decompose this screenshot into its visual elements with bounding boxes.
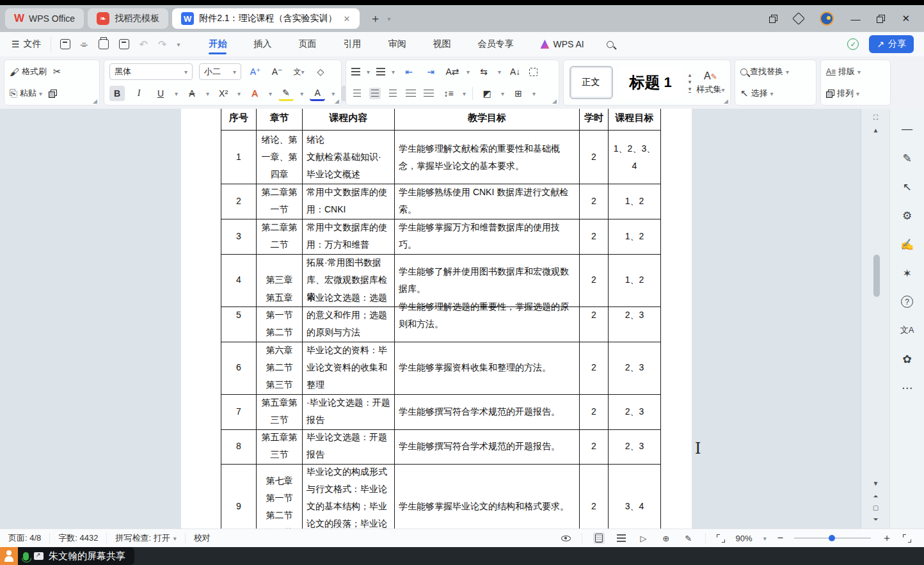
copy-icon[interactable]	[49, 90, 57, 98]
tab-docer-templates[interactable]: ❧ 找稻壳模板	[88, 8, 168, 29]
table-cell-no[interactable]: 8	[221, 428, 257, 465]
spell-check-toggle[interactable]: 拼写检查: 打开▾	[107, 533, 185, 543]
page-view-icon[interactable]	[593, 532, 605, 544]
fit-page-icon[interactable]	[717, 534, 725, 543]
table-cell-chapter[interactable]: 第二章第 一节	[257, 183, 303, 219]
magic-wand-icon[interactable]: ✶	[902, 267, 911, 280]
table-cell-hours[interactable]: 2	[580, 183, 609, 219]
table-cell-objective[interactable]: 学生能够掌握毕业论文的结构和格式要求。	[395, 463, 580, 529]
decrease-indent-icon[interactable]: ⇤	[401, 64, 417, 79]
document-page[interactable]: 序号章节课程内容教学目标学时课程目标1绪论、第 一章、第 四章绪论 文献检索基础…	[181, 109, 692, 529]
sort-icon[interactable]: A↓	[507, 64, 523, 79]
table-cell-objective[interactable]: 学生能够掌握万方和维普数据库的使用技巧。	[395, 218, 580, 255]
play-presentation-icon[interactable]: ▷	[638, 532, 649, 544]
search-icon[interactable]	[607, 41, 614, 48]
increase-indent-icon[interactable]: ⇥	[423, 64, 438, 79]
clear-format-eraser-icon[interactable]: ◇	[313, 64, 328, 79]
table-cell-no[interactable]: 9	[221, 463, 257, 529]
outline-view-icon[interactable]	[616, 532, 627, 544]
tab-document[interactable]: W 附件2.1：理论课程（含实验实训） ✕	[172, 8, 359, 29]
table-cell-no[interactable]: 6	[221, 341, 257, 395]
table-cell-goals[interactable]: 1、2	[609, 218, 661, 255]
table-cell-content[interactable]: 毕业论文的构成形式与行文格式：毕业论文的基本结构；毕业论文的段落；毕业论文的格	[303, 463, 395, 529]
zoom-slider[interactable]	[794, 537, 871, 539]
tab-home[interactable]: 开始	[195, 32, 240, 56]
fullscreen-icon[interactable]	[903, 534, 911, 543]
edit-pen-icon[interactable]: ✎	[902, 152, 911, 164]
file-menu[interactable]: ☰ 文件	[0, 37, 51, 51]
format-painter-button[interactable]: 🖌格式刷	[10, 66, 47, 77]
table-cell-content[interactable]: 毕业论文的资料：毕业论文资料的收集和整理	[303, 341, 395, 395]
zoom-chevron-icon[interactable]: ▾	[763, 535, 767, 542]
zoom-level[interactable]: 90%	[736, 534, 753, 543]
table-cell-chapter[interactable]: 第五章第 三节	[257, 428, 303, 465]
table-cell-no[interactable]: 1	[221, 131, 257, 184]
page-indicator[interactable]: 页面: 4/8	[0, 533, 50, 543]
numbered-list-icon[interactable]	[376, 68, 385, 76]
close-button[interactable]: ✕	[902, 13, 910, 24]
table-cell-goals[interactable]: 1、2	[609, 183, 661, 219]
account-avatar[interactable]	[820, 12, 834, 26]
tab-review[interactable]: 审阅	[374, 32, 419, 56]
table-cell-no[interactable]: 2	[221, 183, 257, 219]
decrease-font-button[interactable]: A⁻	[269, 64, 285, 79]
table-cell-objective[interactable]: 学生能够撰写符合学术规范的开题报告。	[395, 394, 580, 430]
tab-page[interactable]: 页面	[285, 32, 330, 56]
new-tab-button[interactable]: ＋	[370, 11, 381, 26]
collapse-panel-icon[interactable]: —	[902, 123, 912, 136]
table-cell-content[interactable]: 毕业论文选题：选题的意义和作用；选题的原则与方法	[303, 289, 395, 342]
doc-saved-check-icon[interactable]: ✓	[847, 38, 859, 50]
signature-icon[interactable]: ✍	[900, 238, 914, 251]
ink-pen-icon[interactable]: ✎	[683, 532, 694, 544]
zoom-out-button[interactable]: −	[777, 532, 783, 544]
redo-icon[interactable]: ↷	[158, 38, 166, 51]
tab-list-chevron-icon[interactable]: ▾	[388, 15, 391, 22]
table-cell-hours[interactable]: 2	[580, 394, 609, 430]
eye-protect-icon[interactable]	[561, 536, 571, 541]
tab-insert[interactable]: 插入	[240, 32, 285, 56]
table-cell-goals[interactable]: 2、3	[609, 428, 661, 465]
distribute-icon[interactable]	[423, 88, 434, 99]
table-header-cell[interactable]: 序号	[221, 109, 257, 131]
zoom-slider-handle[interactable]	[829, 535, 835, 541]
show-marks-icon[interactable]	[529, 68, 538, 76]
table-header-cell[interactable]: 教学目标	[395, 109, 580, 131]
font-color-button[interactable]: A	[310, 86, 325, 101]
table-cell-goals[interactable]: 1、2、3、4	[609, 131, 661, 184]
web-view-icon[interactable]: ⊕	[660, 532, 672, 544]
table-cell-no[interactable]: 3	[221, 218, 257, 255]
tab-wps-office[interactable]: W WPS Office	[5, 8, 84, 29]
table-cell-content[interactable]: 常用中文数据库的使用：万方和维普	[303, 218, 395, 255]
table-cell-goals[interactable]: 2、3	[609, 394, 661, 430]
table-cell-hours[interactable]: 2	[580, 463, 609, 529]
table-cell-goals[interactable]: 2、3	[609, 341, 661, 395]
table-cell-chapter[interactable]: 第五章 第一节 第二节	[257, 289, 303, 342]
align-left-icon[interactable]	[351, 88, 363, 99]
style-normal[interactable]: 正文	[570, 66, 613, 99]
underline-button[interactable]: U	[153, 86, 168, 101]
tab-close-icon[interactable]: ✕	[344, 14, 351, 24]
browse-object-icon[interactable]: ▢	[861, 504, 890, 511]
shading-fill-icon[interactable]: ◩	[479, 86, 495, 101]
table-cell-chapter[interactable]: 绪论、第 一章、第 四章	[257, 131, 303, 184]
zoom-in-button[interactable]: ＋	[882, 532, 892, 545]
arrange-button[interactable]: 排列▾	[826, 88, 859, 99]
style-gallery-arrows[interactable]: ▴▾▾	[689, 72, 692, 93]
italic-button[interactable]: I	[131, 86, 147, 101]
table-cell-goals[interactable]: 3、4	[609, 463, 661, 529]
bullet-list-icon[interactable]	[351, 68, 360, 76]
table-header-cell[interactable]: 课程目标	[609, 109, 661, 131]
table-cell-hours[interactable]: 2	[580, 428, 609, 465]
font-size-select[interactable]: 小二▾	[199, 63, 241, 80]
character-scale-icon[interactable]: A⇄	[445, 64, 460, 79]
help-icon[interactable]: ?	[901, 296, 913, 308]
undo-icon[interactable]: ↶	[139, 38, 148, 51]
table-cell-goals[interactable]: 2、3	[609, 289, 661, 342]
proofread-button[interactable]: 校对	[186, 533, 219, 543]
tab-wps-ai[interactable]: WPS AI	[527, 32, 597, 56]
style-heading1[interactable]: 标题 1	[618, 66, 683, 99]
screen-share-banner[interactable]: 朱文翰的屏幕共享	[18, 547, 134, 565]
minimize-button[interactable]: —	[850, 13, 860, 24]
paste-button[interactable]: ⎘粘贴▾	[10, 88, 42, 99]
scroll-up-icon[interactable]: ▲	[861, 127, 890, 134]
